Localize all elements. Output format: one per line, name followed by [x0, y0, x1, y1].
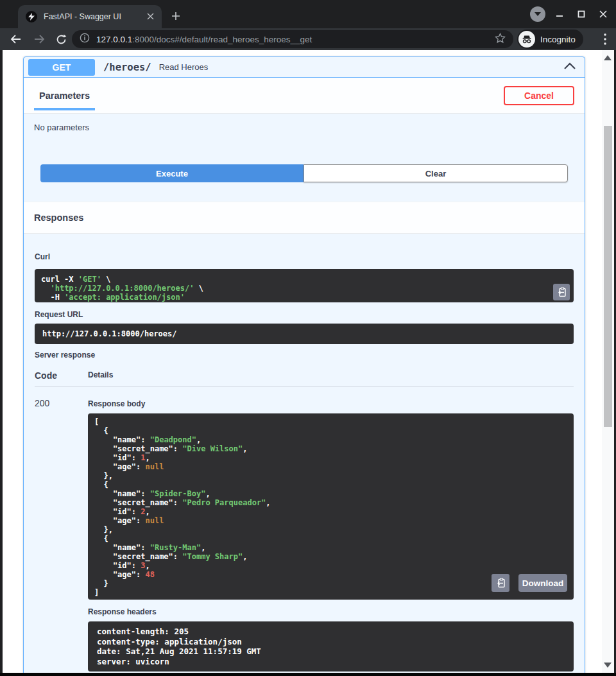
curl-codeblock: curl -X 'GET' \ 'http://127.0.0.1:8000/h… [35, 269, 574, 302]
parameters-body: No parameters Execute Clear [24, 114, 585, 202]
response-body-codeblock: [ { "name": "Deadpond", "secret_name": "… [88, 413, 574, 600]
browser-toolbar: 127.0.0.1:8000/docs#/default/read_heroes… [0, 28, 616, 50]
active-tab-underline [34, 108, 95, 110]
collapse-chevron-icon[interactable] [563, 60, 577, 74]
parameters-title: Parameters [39, 91, 90, 101]
copy-response-button[interactable] [492, 574, 509, 592]
browser-menu-icon[interactable] [597, 31, 613, 48]
code-column-header: Code [35, 370, 88, 381]
new-tab-icon[interactable] [168, 9, 184, 24]
window-minimize-icon[interactable] [552, 6, 567, 22]
response-row-200: 200 Response body [ { "name": "Deadpond"… [35, 386, 574, 672]
response-headers-label: Response headers [88, 607, 574, 616]
request-url-codeblock: http://127.0.0.1:8000/heroes/ [35, 324, 574, 344]
url-bar[interactable]: 127.0.0.1:8000/docs#/default/read_heroes… [72, 30, 513, 48]
window-close-icon[interactable] [595, 6, 611, 22]
responses-header: Responses [24, 202, 585, 234]
back-icon[interactable] [8, 34, 24, 44]
site-info-icon[interactable] [80, 33, 90, 46]
status-code: 200 [35, 398, 88, 672]
response-body-label: Response body [88, 399, 574, 408]
scroll-down-icon[interactable] [604, 663, 612, 668]
clear-button[interactable]: Clear [304, 164, 568, 182]
response-body-json: [ { "name": "Deadpond", "secret_name": "… [94, 417, 567, 597]
incognito-badge[interactable]: Incognito [517, 30, 583, 49]
responses-title: Responses [34, 212, 83, 223]
method-badge: GET [28, 59, 95, 76]
server-response-label: Server response [35, 351, 574, 360]
url-text: 127.0.0.1:8000/docs#/default/read_heroes… [96, 35, 495, 44]
opblock-get-heroes: GET /heroes/ Read Heroes Parameters Canc… [23, 56, 585, 673]
request-url-label: Request URL [35, 310, 574, 319]
endpoint-summary: Read Heroes [159, 62, 563, 72]
scroll-up-icon[interactable] [604, 55, 612, 60]
incognito-label: Incognito [540, 35, 576, 44]
reload-icon[interactable] [53, 34, 69, 45]
no-parameters-text: No parameters [34, 123, 574, 132]
copy-curl-button[interactable] [553, 284, 570, 300]
download-button[interactable]: Download [518, 574, 567, 592]
tab-parameters[interactable]: Parameters [34, 78, 95, 113]
window-bottom-edge [0, 673, 616, 676]
tab-search-icon[interactable] [530, 6, 545, 22]
parameters-header: Parameters Cancel [24, 78, 585, 114]
responses-body: Curl curl -X 'GET' \ 'http://127.0.0.1:8… [24, 234, 585, 673]
url-host: 127.0.0.1 [96, 35, 132, 44]
tab-close-icon[interactable] [147, 12, 154, 21]
endpoint-path: /heroes/ [103, 62, 151, 73]
curl-label: Curl [35, 252, 50, 261]
cancel-button[interactable]: Cancel [504, 86, 574, 105]
scrollbar-thumb[interactable] [604, 126, 612, 427]
window-maximize-icon[interactable] [574, 6, 589, 22]
execute-row: Execute Clear [40, 164, 568, 182]
incognito-icon [518, 31, 535, 48]
details-column-header: Details [88, 370, 113, 381]
browser-tab[interactable]: FastAPI - Swagger UI [18, 5, 162, 28]
browser-titlebar: FastAPI - Swagger UI [0, 0, 616, 28]
url-path: :8000/docs#/default/read_heroes_heroes__… [132, 35, 312, 44]
swagger-page: GET /heroes/ Read Heroes Parameters Canc… [3, 50, 602, 673]
fastapi-favicon-icon [26, 11, 37, 22]
opblock-summary[interactable]: GET /heroes/ Read Heroes [24, 57, 585, 78]
tab-title: FastAPI - Swagger UI [44, 12, 142, 21]
page-scrollbar[interactable] [602, 50, 614, 673]
response-headers-codeblock: content-length: 205content-type: applica… [88, 621, 574, 672]
execute-button[interactable]: Execute [40, 164, 304, 182]
forward-icon[interactable] [31, 34, 47, 44]
curl-command: curl -X 'GET' \ 'http://127.0.0.1:8000/h… [41, 275, 567, 302]
request-url-value: http://127.0.0.1:8000/heroes/ [42, 329, 566, 338]
response-headers-text: content-length: 205content-type: applica… [97, 627, 565, 666]
response-table-header: Code Details [35, 370, 574, 386]
bookmark-star-icon[interactable] [495, 33, 506, 46]
